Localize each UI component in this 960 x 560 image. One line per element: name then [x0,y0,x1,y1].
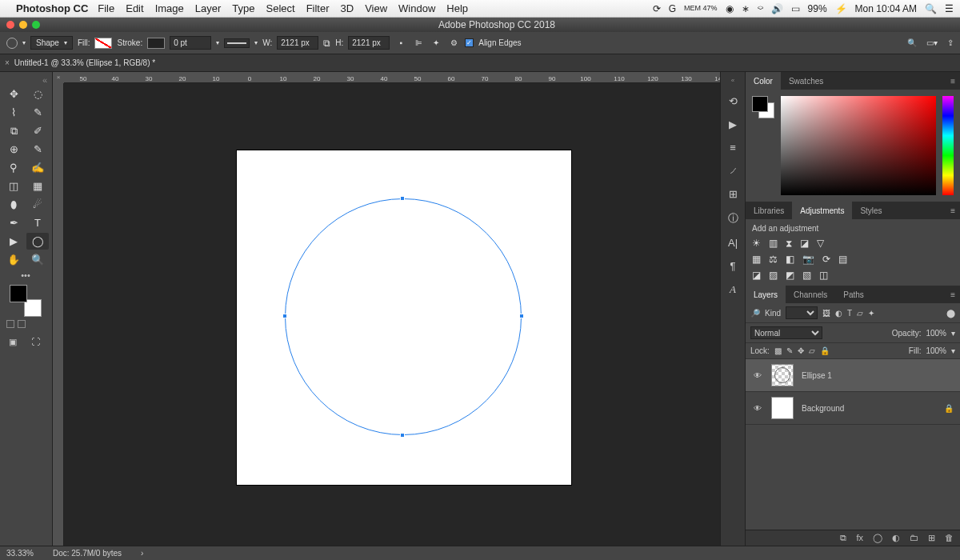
ruler-origin[interactable]: × [53,72,64,83]
adj-threshold-icon[interactable]: ◩ [786,270,794,281]
menu-select[interactable]: Select [266,2,294,14]
filter-pixel-icon[interactable]: 🖼 [822,309,830,318]
tab-color[interactable]: Color [746,72,781,90]
tab-libraries[interactable]: Libraries [746,202,792,219]
tab-layers[interactable]: Layers [746,286,786,303]
adj-selective-icon[interactable]: ◫ [819,270,828,281]
color-panel-menu-icon[interactable]: ≡ [946,77,960,86]
quick-select-tool[interactable]: ✎ [26,104,49,121]
move-tool[interactable]: ✥ [2,86,25,102]
maximize-window-button[interactable] [32,21,40,29]
wifi-icon[interactable]: ⌔ [758,3,763,14]
eyedropper-tool[interactable]: ✐ [26,122,49,139]
path-align-icon[interactable]: ⊫ [412,38,425,47]
hand-tool[interactable]: ✋ [2,251,25,268]
blend-mode-select[interactable]: Normal [750,326,822,339]
width-input[interactable]: 2121 px [277,36,318,50]
new-adj-icon[interactable]: ◐ [892,533,900,543]
tab-adjustments[interactable]: Adjustments [792,202,852,219]
color-picker[interactable] [781,96,936,195]
character-icon[interactable]: A| [728,237,738,249]
adj-curves-icon[interactable]: ⧗ [786,238,792,249]
menu-extra-icon[interactable]: ☰ [945,3,954,14]
clock[interactable]: Mon 10:04 AM [855,3,917,14]
eraser-tool[interactable]: ◫ [2,178,25,194]
lock-nest-icon[interactable]: ▱ [809,346,815,355]
layer-background[interactable]: 👁 Background 🔒 [746,392,960,425]
ellipse-shape[interactable] [285,198,522,435]
handle-bottom[interactable] [400,433,405,438]
crop-tool[interactable]: ⧉ [2,122,25,139]
adj-panel-menu-icon[interactable]: ≡ [946,206,960,215]
menu-file[interactable]: File [98,2,114,14]
tab-channels[interactable]: Channels [786,286,835,303]
new-layer-icon[interactable]: ⊞ [928,533,935,543]
layer-thumb[interactable] [771,397,794,419]
quickmask-tool[interactable]: ▣ [2,333,24,350]
lock-pos-icon[interactable]: ✥ [798,346,804,355]
adj-hue-icon[interactable]: ▦ [752,254,761,265]
info-icon[interactable]: ⓘ [728,211,738,226]
share-icon[interactable]: ⇪ [947,38,954,47]
tab-swatches[interactable]: Swatches [781,72,831,90]
adj-vibrance-icon[interactable]: ▽ [817,238,824,249]
layer-name[interactable]: Background [802,404,844,413]
default-colors-icon[interactable] [6,320,14,328]
hue-slider[interactable] [942,96,954,195]
status-chevron-icon[interactable]: › [141,549,143,558]
shape-tool[interactable]: ◯ [26,233,49,250]
stroke-swatch[interactable] [147,38,165,49]
swap-colors-icon[interactable] [18,320,26,328]
adj-balance-icon[interactable]: ⚖ [769,254,778,265]
shape-mode-select[interactable]: Shape▾ [30,36,73,50]
artboard[interactable] [237,150,571,485]
layer-thumb[interactable] [771,364,794,386]
close-document-icon[interactable]: × [5,58,10,67]
battery-icon[interactable]: ⚡ [835,3,847,14]
history-brush-tool[interactable]: ✍ [26,159,49,176]
glyphs-icon[interactable]: A [730,283,736,296]
path-ops-icon[interactable]: ▪ [394,38,407,47]
tool-extras-icon[interactable]: ••• [2,270,50,280]
filter-smart-icon[interactable]: ✦ [868,309,874,318]
mask-icon[interactable]: ◯ [873,533,882,543]
menu-type[interactable]: Type [232,2,254,14]
filter-kind-select[interactable] [786,306,818,319]
brush-tool[interactable]: ✎ [26,141,49,158]
fx-icon[interactable]: fx [856,533,863,543]
marquee-tool[interactable]: ◌ [26,86,49,102]
ellipse-tool-icon[interactable] [6,38,18,49]
lasso-tool[interactable]: ⌇ [2,104,25,121]
adj-exposure-icon[interactable]: ◪ [800,238,809,249]
filter-shape-icon[interactable]: ▱ [857,309,863,318]
layers-panel-menu-icon[interactable]: ≡ [946,290,960,299]
menu-image[interactable]: Image [155,2,184,14]
filter-type-icon[interactable]: T [847,309,852,318]
adj-photo-icon[interactable]: 📷 [802,254,814,265]
canvas-area[interactable]: × 50 40 30 20 10 0 10 20 30 40 50 60 70 … [53,72,720,546]
visibility-icon[interactable]: 👁 [752,404,763,413]
paragraph-icon[interactable]: ¶ [730,260,736,272]
logitech-icon[interactable]: G [669,3,676,14]
menu-filter[interactable]: Filter [306,2,330,14]
lock-pixel-icon[interactable]: ✎ [786,346,793,355]
doc-size[interactable]: Doc: 25.7M/0 bytes [53,549,122,558]
layer-name[interactable]: Ellipse 1 [802,371,832,380]
volume-icon[interactable]: 🔊 [771,3,783,14]
ruler-vertical[interactable] [53,83,64,546]
gear-icon[interactable]: ⚙ [447,38,460,47]
clone-tool[interactable]: ⚲ [2,159,25,176]
path-arrange-icon[interactable]: ✦ [430,38,442,47]
adj-bw-icon[interactable]: ◧ [786,254,794,265]
color-fg-bg[interactable] [752,96,774,118]
gradient-tool[interactable]: ▦ [26,178,49,194]
filter-adj-icon[interactable]: ◐ [835,309,842,318]
history-icon[interactable]: ⟲ [729,95,738,107]
minimize-window-button[interactable] [19,21,27,29]
link-layers-icon[interactable]: ⧉ [840,533,846,543]
layer-ellipse[interactable]: 👁 Ellipse 1 [746,359,960,392]
actions-icon[interactable]: ▶ [729,118,737,130]
fg-bg-colors[interactable] [10,285,42,317]
tab-styles[interactable]: Styles [852,202,890,219]
healing-tool[interactable]: ⊕ [2,141,25,158]
